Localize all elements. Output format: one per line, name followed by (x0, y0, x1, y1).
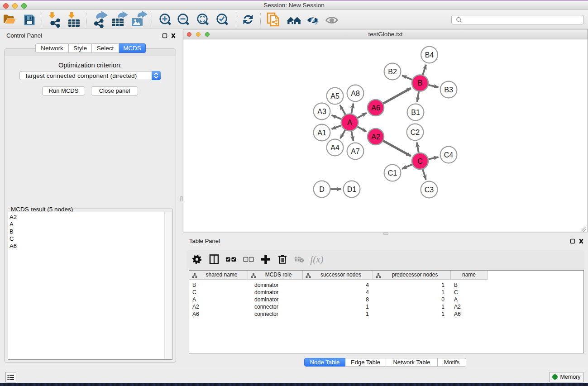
svg-text:f(x): f(x) (310, 254, 323, 265)
svg-text:B4: B4 (425, 51, 434, 59)
svg-text:B2: B2 (388, 68, 397, 76)
svg-text:A1: A1 (317, 129, 326, 137)
svg-text:D: D (319, 186, 325, 193)
svg-text:D1: D1 (347, 186, 357, 193)
svg-text:A5: A5 (330, 92, 339, 100)
svg-text:B1: B1 (411, 109, 420, 116)
svg-text:C2: C2 (411, 129, 420, 136)
svg-text:C: C (417, 157, 423, 165)
svg-text:C3: C3 (425, 186, 434, 194)
svg-text:B: B (418, 79, 423, 87)
svg-text:A2: A2 (371, 133, 380, 141)
svg-text:C4: C4 (444, 151, 454, 159)
svg-text:A6: A6 (371, 104, 380, 112)
svg-text:A3: A3 (317, 108, 326, 115)
svg-text:A4: A4 (330, 144, 339, 152)
svg-text:A7: A7 (351, 148, 360, 155)
svg-text:B3: B3 (444, 86, 453, 94)
svg-text:C1: C1 (388, 169, 397, 177)
svg-text:A8: A8 (351, 90, 360, 97)
svg-text:A: A (347, 119, 352, 126)
